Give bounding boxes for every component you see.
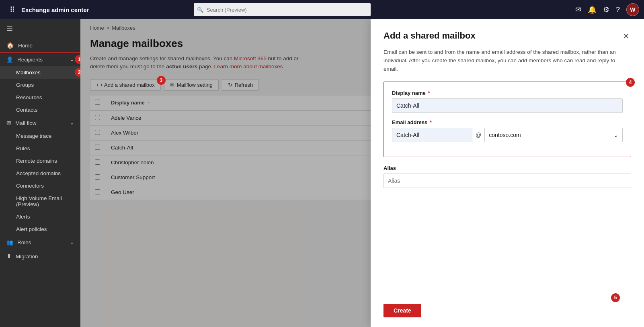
sidebar-item-mailflow[interactable]: ✉ Mail flow ⌄	[0, 116, 80, 130]
sidebar-item-migration[interactable]: ⬆ Migration	[0, 249, 80, 264]
sidebar-item-alerts[interactable]: Alerts	[0, 211, 80, 223]
panel-close-button[interactable]: ✕	[621, 31, 631, 42]
sidebar-item-accepted-domains[interactable]: Accepted domains	[0, 167, 80, 180]
display-name-group: Display name *	[392, 90, 623, 113]
email-input-group: @ contoso.com ⌄	[392, 128, 623, 142]
sidebar-item-alert-policies[interactable]: Alert policies	[0, 223, 80, 235]
roles-icon: 👥	[6, 239, 13, 245]
alias-label: Alias	[384, 165, 631, 171]
sidebar-item-rules[interactable]: Rules	[0, 142, 80, 155]
top-nav-actions: ✉ 🔔 ⚙ ? W	[575, 3, 639, 16]
mail-icon[interactable]: ✉	[575, 5, 581, 14]
form-section-required: 4 Display name * Email address *	[384, 82, 631, 157]
top-navigation: ⠿ Exchange admin center 🔍 ✉ 🔔 ⚙ ? W	[0, 0, 644, 19]
mailflow-icon: ✉	[6, 120, 11, 126]
alias-section: Alias	[384, 165, 631, 188]
sidebar-item-groups[interactable]: Groups	[0, 79, 80, 91]
create-button[interactable]: Create	[384, 304, 421, 317]
gear-icon[interactable]: ⚙	[603, 5, 609, 14]
home-icon: 🏠	[6, 42, 14, 49]
sidebar-item-recipients[interactable]: 👤 Recipients ⌄	[0, 53, 80, 66]
sidebar-item-high-volume[interactable]: High Volume Email (Preview)	[0, 192, 80, 211]
chevron-down-icon: ⌄	[613, 132, 618, 138]
at-sign: @	[476, 132, 481, 138]
display-name-label: Display name *	[392, 90, 623, 96]
annotation-badge-3: 3	[157, 76, 166, 85]
recipients-icon: 👤	[6, 56, 13, 63]
waffle-icon[interactable]: ⠿	[10, 5, 15, 14]
panel-body: 4 Display name * Email address *	[371, 82, 644, 297]
help-icon[interactable]: ?	[616, 6, 620, 14]
sidebar-item-resources[interactable]: Resources	[0, 91, 80, 104]
side-panel: Add a shared mailbox ✕ Email can be sent…	[371, 19, 644, 327]
panel-description: Email can be sent to and from the name a…	[371, 48, 644, 82]
sidebar-item-remote-domains[interactable]: Remote domains	[0, 155, 80, 167]
bell-icon[interactable]: 🔔	[588, 5, 597, 14]
panel-title: Add a shared mailbox	[384, 31, 476, 41]
sidebar-item-roles[interactable]: 👥 Roles ⌄	[0, 235, 80, 249]
annotation-badge-5: 5	[611, 293, 620, 302]
search-bar: 🔍	[194, 3, 371, 16]
avatar[interactable]: W	[626, 3, 639, 16]
content-area: Home > Mailboxes Manage mailboxes Create…	[80, 19, 644, 327]
sidebar-item-connectors[interactable]: Connectors	[0, 180, 80, 192]
email-address-label: Email address *	[392, 119, 623, 125]
app-title: Exchange admin center	[21, 6, 89, 13]
search-icon: 🔍	[197, 7, 203, 13]
migration-icon: ⬆	[6, 253, 12, 260]
sidebar-toggle-icon[interactable]: ☰	[6, 25, 13, 33]
sidebar-item-home[interactable]: 🏠 Home	[0, 38, 80, 53]
search-input[interactable]	[194, 3, 371, 16]
sidebar-item-message-trace[interactable]: Message trace	[0, 130, 80, 142]
email-address-group: Email address * @ contoso.com ⌄	[392, 119, 623, 142]
domain-select[interactable]: contoso.com ⌄	[484, 128, 623, 142]
sidebar-item-mailboxes[interactable]: Mailboxes	[0, 66, 80, 79]
annotation-badge-4: 4	[626, 78, 635, 87]
sidebar: ☰ 🏠 Home 👤 Recipients ⌄ 1 Mailboxes	[0, 19, 80, 327]
panel-header: Add a shared mailbox ✕	[371, 19, 644, 48]
email-local-input[interactable]	[392, 128, 472, 142]
sidebar-item-contacts[interactable]: Contacts	[0, 104, 80, 116]
panel-footer: Create 5	[371, 297, 644, 327]
alias-input[interactable]	[384, 174, 631, 188]
display-name-input[interactable]	[392, 98, 623, 113]
